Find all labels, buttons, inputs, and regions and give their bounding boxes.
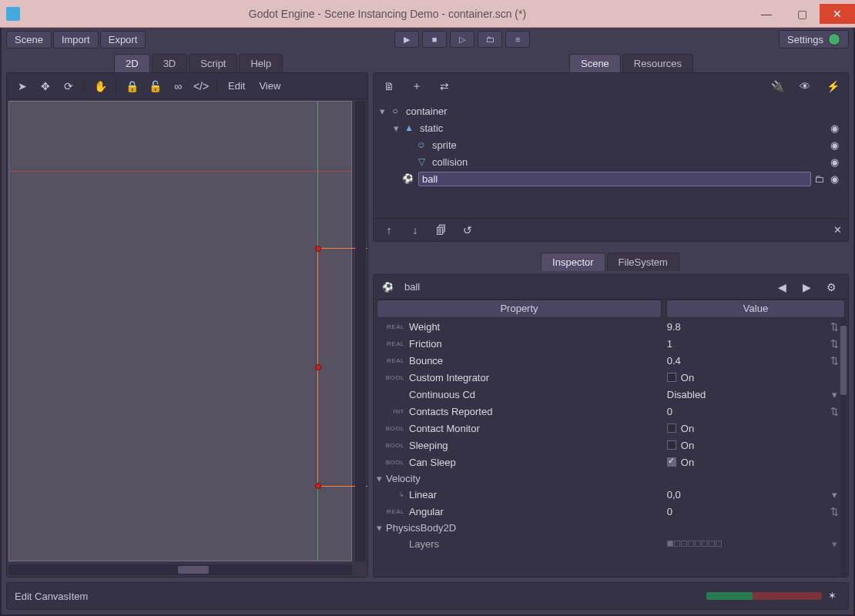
- move-down-icon[interactable]: ↓: [406, 221, 424, 239]
- prop-sleeping[interactable]: BOOL Sleeping On: [374, 437, 848, 454]
- scrollbar-thumb[interactable]: [178, 566, 209, 574]
- stop-button[interactable]: ■: [422, 31, 447, 48]
- prop-continuous-cd[interactable]: Continuous Cd Disabled ▾: [374, 386, 848, 403]
- tree-node-sprite[interactable]: ☺ sprite ◉: [380, 136, 842, 153]
- gear-icon[interactable]: ⚙: [822, 278, 840, 296]
- viewport-canvas[interactable]: [7, 99, 367, 577]
- column-value: Value: [666, 300, 845, 318]
- duplicate-icon[interactable]: 🗐: [432, 221, 451, 239]
- handle-icon[interactable]: [315, 483, 321, 489]
- open-button[interactable]: 🗀: [478, 31, 502, 48]
- prop-contacts-reported[interactable]: INT Contacts Reported 0 ⇅: [374, 403, 848, 420]
- prop-custom-integrator[interactable]: BOOL Custom Integrator On: [374, 369, 848, 386]
- tab-2d[interactable]: 2D: [114, 54, 150, 72]
- visibility-icon[interactable]: ◉: [826, 139, 842, 151]
- menu-scene[interactable]: Scene: [6, 31, 52, 49]
- prop-linear[interactable]: ↳ Linear 0,0 ▾: [374, 486, 848, 503]
- dropdown-icon[interactable]: ▾: [828, 389, 840, 400]
- prop-bounce[interactable]: REAL Bounce 0.4 ⇅: [374, 352, 848, 369]
- spinner-icon[interactable]: ⇅: [828, 321, 840, 333]
- section-physicsbody2d[interactable]: ▾PhysicsBody2D: [374, 520, 848, 535]
- dropdown-icon[interactable]: ▾: [828, 538, 840, 550]
- settings-button[interactable]: Settings: [779, 30, 849, 49]
- close-panel-icon[interactable]: ✕: [833, 224, 842, 236]
- prev-object-icon[interactable]: ◀: [773, 278, 791, 296]
- play-button[interactable]: ▶: [394, 31, 419, 48]
- checkbox[interactable]: [667, 373, 676, 382]
- toolbar-view[interactable]: View: [254, 80, 285, 92]
- open-scene-icon[interactable]: 🗀: [811, 173, 826, 185]
- tab-scene[interactable]: Scene: [569, 54, 621, 72]
- tab-script[interactable]: Script: [189, 54, 237, 72]
- dropdown-icon[interactable]: ▾: [828, 489, 840, 500]
- move-up-icon[interactable]: ↑: [380, 221, 398, 239]
- lock-icon[interactable]: 🔒: [122, 77, 141, 95]
- tab-resources[interactable]: Resources: [622, 54, 693, 72]
- minimize-button[interactable]: —: [749, 4, 784, 24]
- code-icon[interactable]: </>: [192, 77, 210, 95]
- app-icon: [6, 7, 20, 21]
- script-toggle-icon[interactable]: ⚡: [823, 77, 842, 95]
- unlock-icon[interactable]: 🔓: [146, 77, 164, 95]
- next-object-icon[interactable]: ▶: [797, 278, 816, 296]
- visibility-toggle-icon[interactable]: 👁: [796, 77, 814, 95]
- checkbox[interactable]: [667, 440, 676, 450]
- tab-inspector[interactable]: Inspector: [541, 253, 605, 271]
- connect-icon[interactable]: 🔌: [768, 77, 786, 95]
- prop-can-sleep[interactable]: BOOL Can Sleep On: [374, 454, 848, 470]
- viewport-scrollbar-vertical[interactable]: [355, 101, 366, 561]
- list-button[interactable]: ≡: [505, 31, 530, 48]
- checkbox[interactable]: [667, 424, 676, 433]
- reparent-icon[interactable]: ↺: [458, 221, 477, 239]
- property-list[interactable]: REAL Weight 9.8 ⇅ REAL Friction 1 ⇅ REAL…: [374, 318, 848, 577]
- node-label: sprite: [432, 139, 457, 151]
- spinner-icon[interactable]: ⇅: [828, 338, 840, 350]
- tree-node-collision[interactable]: ▽ collision ◉: [380, 153, 842, 170]
- handle-icon[interactable]: [315, 364, 321, 370]
- layers-grid[interactable]: [667, 541, 722, 547]
- new-node-icon[interactable]: 🗎: [380, 77, 398, 95]
- tree-node-static[interactable]: ▾ ▲ static ◉: [380, 119, 842, 136]
- select-tool-icon[interactable]: ➤: [13, 77, 32, 95]
- error-strip[interactable]: [706, 592, 822, 600]
- viewport-toolbar: ➤ ✥ ⟳ ✋ 🔒 🔓 ∞ </> Edit View: [7, 73, 367, 99]
- spinner-icon[interactable]: ⇅: [828, 406, 840, 417]
- inspector-object-name: ball: [404, 281, 420, 293]
- splitter-horizontal[interactable]: [373, 245, 849, 248]
- handle-icon[interactable]: [315, 246, 321, 252]
- prop-angular[interactable]: REAL Angular 0 ⇅: [374, 503, 848, 520]
- prop-contact-monitor[interactable]: BOOL Contact Monitor On: [374, 420, 848, 437]
- instance-icon[interactable]: ⇄: [435, 77, 454, 95]
- close-button[interactable]: ✕: [820, 4, 855, 24]
- add-node-icon[interactable]: ＋: [407, 77, 426, 95]
- column-property: Property: [377, 300, 662, 318]
- spinner-icon[interactable]: ⇅: [828, 506, 840, 517]
- tree-node-ball[interactable]: ⚽ ball 🗀 ◉: [380, 170, 842, 187]
- prop-friction[interactable]: REAL Friction 1 ⇅: [374, 335, 848, 352]
- rotate-tool-icon[interactable]: ⟳: [59, 77, 78, 95]
- pan-tool-icon[interactable]: ✋: [91, 77, 109, 95]
- menu-export[interactable]: Export: [100, 31, 146, 49]
- prop-layers[interactable]: Layers ▾: [374, 535, 848, 552]
- visibility-icon[interactable]: ◉: [826, 173, 842, 185]
- link-icon[interactable]: ∞: [169, 77, 187, 95]
- section-velocity[interactable]: ▾Velocity: [374, 470, 848, 486]
- scene-tree[interactable]: ▾ ○ container ▾ ▲ static ◉ ☺ sprit: [374, 99, 848, 218]
- tab-help[interactable]: Help: [239, 54, 283, 72]
- visibility-icon[interactable]: ◉: [826, 122, 842, 134]
- tab-filesystem[interactable]: FileSystem: [607, 253, 679, 271]
- checkbox[interactable]: [667, 457, 676, 467]
- maximize-button[interactable]: ▢: [784, 4, 820, 24]
- tree-node-container[interactable]: ▾ ○ container: [380, 102, 842, 119]
- spinner-icon[interactable]: ⇅: [828, 355, 840, 367]
- viewport-scrollbar-horizontal[interactable]: [8, 564, 352, 575]
- prop-weight[interactable]: REAL Weight 9.8 ⇅: [374, 318, 848, 335]
- move-tool-icon[interactable]: ✥: [36, 77, 55, 95]
- visibility-icon[interactable]: ◉: [826, 156, 842, 168]
- menu-import[interactable]: Import: [53, 31, 99, 49]
- inspector-scrollbar[interactable]: [840, 318, 847, 577]
- scrollbar-thumb[interactable]: [840, 326, 847, 395]
- tab-3d[interactable]: 3D: [152, 54, 188, 72]
- play-scene-button[interactable]: ▷: [450, 31, 474, 48]
- toolbar-edit[interactable]: Edit: [223, 80, 250, 92]
